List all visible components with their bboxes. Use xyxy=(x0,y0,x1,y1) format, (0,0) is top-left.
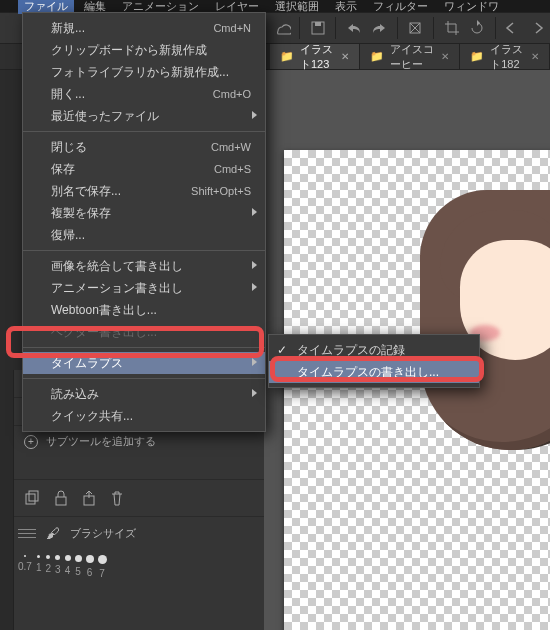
duplicate-icon[interactable] xyxy=(24,490,40,506)
menu-item-label: 保存 xyxy=(51,161,75,178)
folder-icon: 📁 xyxy=(280,50,294,63)
add-subtool-label: サブツールを追加する xyxy=(46,434,156,449)
menu-view[interactable]: 表示 xyxy=(329,0,363,14)
brush-size-option[interactable]: 5 xyxy=(75,555,82,579)
menu-item-label: 新規... xyxy=(51,20,85,37)
tab-2[interactable]: 📁 イラスト182 ✕ xyxy=(460,44,550,69)
menu-item-label: 最近使ったファイル xyxy=(51,108,159,125)
submenu-export[interactable]: タイムラプスの書き出し... xyxy=(269,361,479,383)
brush-size-option[interactable]: 2 xyxy=(45,555,51,579)
tool-forward-icon[interactable] xyxy=(527,15,550,41)
menu-item[interactable]: 画像を統合して書き出し xyxy=(23,255,265,277)
brush-sizes: 0.7 1 2 3 4 5 6 7 xyxy=(0,549,264,579)
tool-back-icon[interactable] xyxy=(501,15,524,41)
trash-icon[interactable] xyxy=(110,490,124,506)
submenu-arrow-icon xyxy=(252,111,257,119)
brush-size-option[interactable]: 7 xyxy=(98,555,107,579)
submenu-arrow-icon xyxy=(252,283,257,291)
brush-size-option[interactable]: 3 xyxy=(55,555,61,579)
brush-size-label: ブラシサイズ xyxy=(70,526,136,541)
file-menu: 新規...Cmd+Nクリップボードから新規作成フォトライブラリから新規作成...… xyxy=(22,12,266,432)
menu-item-label: 読み込み xyxy=(51,386,99,403)
tool-clear-icon[interactable] xyxy=(404,15,427,41)
tool-redo-icon[interactable] xyxy=(368,15,391,41)
tool-rotate-icon[interactable] xyxy=(465,15,488,41)
timelapse-submenu: ✓ タイムラプスの記録 タイムラプスの書き出し... xyxy=(268,334,480,388)
submenu-arrow-icon xyxy=(252,261,257,269)
list-icon xyxy=(18,529,36,538)
menu-filter[interactable]: フィルター xyxy=(367,0,434,14)
menu-item-label: フォトライブラリから新規作成... xyxy=(51,64,229,81)
menu-item[interactable]: 最近使ったファイル xyxy=(23,105,265,127)
submenu-arrow-icon xyxy=(252,358,257,366)
menu-item[interactable]: 複製を保存 xyxy=(23,202,265,224)
menu-selection[interactable]: 選択範囲 xyxy=(269,0,325,14)
menu-item[interactable]: 別名で保存...Shift+Opt+S xyxy=(23,180,265,202)
close-icon[interactable]: ✕ xyxy=(531,51,539,62)
menu-item-label: 別名で保存... xyxy=(51,183,121,200)
menu-item[interactable]: フォトライブラリから新規作成... xyxy=(23,61,265,83)
tab-1[interactable]: 📁 アイスコーヒー ✕ xyxy=(360,44,460,69)
menu-item[interactable]: クイック共有... xyxy=(23,405,265,427)
menu-item[interactable]: 復帰... xyxy=(23,224,265,246)
plus-icon: + xyxy=(24,435,38,449)
menu-shortcut: Cmd+S xyxy=(214,163,251,175)
tool-cloud-icon[interactable] xyxy=(270,15,293,41)
menu-item-label: ベクター書き出し... xyxy=(51,324,157,341)
svg-rect-5 xyxy=(56,497,66,505)
menu-window[interactable]: ワィンドワ xyxy=(438,0,505,14)
canvas[interactable] xyxy=(284,150,550,630)
menu-item[interactable]: タイムラプス xyxy=(23,352,265,374)
tab-label: アイスコーヒー xyxy=(390,42,435,72)
menu-item[interactable]: Webtoon書き出し... xyxy=(23,299,265,321)
svg-rect-3 xyxy=(26,494,35,504)
menu-item-label: 開く... xyxy=(51,86,85,103)
tab-label: イラスト182 xyxy=(490,42,525,72)
brush-size-option[interactable]: 6 xyxy=(86,555,94,579)
menu-item-label: タイムラプス xyxy=(51,355,123,372)
menu-item[interactable]: 新規...Cmd+N xyxy=(23,17,265,39)
menu-divider xyxy=(23,347,265,348)
menu-item[interactable]: アニメーション書き出し xyxy=(23,277,265,299)
menu-item: ベクター書き出し... xyxy=(23,321,265,343)
lock-icon[interactable] xyxy=(54,490,68,506)
tool-undo-icon[interactable] xyxy=(342,15,365,41)
brush-size-option[interactable]: 4 xyxy=(65,555,71,579)
menu-divider xyxy=(23,131,265,132)
brush-icon: 🖌 xyxy=(46,525,60,541)
menu-item[interactable]: 閉じるCmd+W xyxy=(23,136,265,158)
menu-shortcut: Cmd+W xyxy=(211,141,251,153)
menu-item[interactable]: 保存Cmd+S xyxy=(23,158,265,180)
menubar: ファイル 編集 アニメーション レイヤー 選択範囲 表示 フィルター ワィンドワ xyxy=(0,0,550,12)
brush-size-option[interactable]: 1 xyxy=(36,555,42,579)
folder-icon: 📁 xyxy=(370,50,384,63)
brush-size-header[interactable]: 🖌 ブラシサイズ xyxy=(0,516,264,549)
tool-crop-icon[interactable] xyxy=(440,15,463,41)
tab-label: イラスト123 xyxy=(300,42,335,72)
menu-item-label: 閉じる xyxy=(51,139,87,156)
tab-0[interactable]: 📁 イラスト123 ✕ xyxy=(270,44,360,69)
menu-item[interactable]: 開く...Cmd+O xyxy=(23,83,265,105)
menu-item-label: 複製を保存 xyxy=(51,205,111,222)
close-icon[interactable]: ✕ xyxy=(441,51,449,62)
close-icon[interactable]: ✕ xyxy=(341,51,349,62)
menu-shortcut: Cmd+N xyxy=(213,22,251,34)
menu-shortcut: Shift+Opt+S xyxy=(191,185,251,197)
submenu-label: タイムラプスの記録 xyxy=(297,342,405,359)
menu-item-label: クイック共有... xyxy=(51,408,133,425)
menu-item-label: アニメーション書き出し xyxy=(51,280,183,297)
menu-item-label: Webtoon書き出し... xyxy=(51,302,157,319)
tool-save-icon[interactable] xyxy=(306,15,329,41)
submenu-label: タイムラプスの書き出し... xyxy=(297,364,439,381)
menu-divider xyxy=(23,378,265,379)
brush-size-option[interactable]: 0.7 xyxy=(18,555,32,579)
menu-item-label: クリップボードから新規作成 xyxy=(51,42,207,59)
submenu-arrow-icon xyxy=(252,208,257,216)
menu-item[interactable]: 読み込み xyxy=(23,383,265,405)
submenu-arrow-icon xyxy=(252,389,257,397)
menu-item[interactable]: クリップボードから新規作成 xyxy=(23,39,265,61)
tool-icon-row xyxy=(0,479,264,516)
export-icon[interactable] xyxy=(82,490,96,506)
panel-strip[interactable] xyxy=(0,370,14,630)
submenu-record[interactable]: ✓ タイムラプスの記録 xyxy=(269,339,479,361)
